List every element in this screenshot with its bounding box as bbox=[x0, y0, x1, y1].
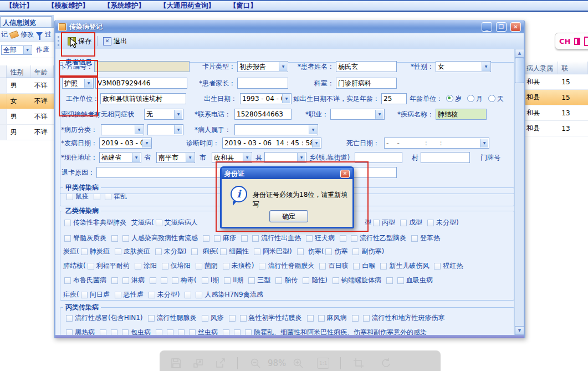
checkbox-icon[interactable] bbox=[111, 329, 117, 336]
checkbox-icon[interactable] bbox=[353, 263, 360, 270]
table-row[interactable]: 男 不详 bbox=[0, 125, 54, 140]
disease-checkbox-item[interactable]: 除霍乱、细菌性和阿米巴性痢疾、伤寒和副伤寒意外的感染 bbox=[245, 328, 427, 335]
disease-checkbox-item[interactable] bbox=[223, 329, 234, 336]
disease-checkbox-item[interactable]: 流行性和地方性斑疹伤寒 bbox=[363, 313, 445, 323]
checkbox-icon[interactable] bbox=[111, 235, 118, 242]
checkbox-icon[interactable] bbox=[162, 263, 168, 270]
checkbox-icon[interactable] bbox=[307, 315, 314, 322]
register-label[interactable]: 记 bbox=[1, 30, 8, 39]
filter-button[interactable]: 过 bbox=[45, 30, 52, 39]
checkbox-icon[interactable] bbox=[306, 235, 313, 242]
radio-year-selected[interactable] bbox=[446, 95, 453, 102]
disease-checkbox-item[interactable]: 猩红热 bbox=[434, 261, 463, 271]
disease-checkbox-item[interactable]: 未痰检) bbox=[223, 261, 254, 271]
row-selector[interactable] bbox=[0, 109, 7, 124]
checkbox-icon[interactable] bbox=[202, 277, 208, 284]
form-scrollbar[interactable]: ▲ ▼ bbox=[514, 49, 524, 335]
radio-day[interactable] bbox=[488, 95, 495, 102]
disease-checkbox-item[interactable]: 流行性感冒(包含HIN1) bbox=[66, 313, 143, 323]
checkbox-icon[interactable] bbox=[66, 315, 73, 322]
disease-checkbox-item[interactable]: 未分型) bbox=[149, 290, 180, 299]
checkbox-icon[interactable] bbox=[122, 329, 129, 336]
disease-checkbox-item[interactable]: 未分型) bbox=[427, 218, 459, 227]
ime-language-bar[interactable]: CH bbox=[555, 33, 588, 49]
disease-checkbox-item[interactable]: 疟疾( bbox=[63, 290, 79, 299]
disease-checkbox-item[interactable]: 白喉 bbox=[353, 261, 375, 271]
radio-month-label[interactable]: 月 bbox=[476, 95, 483, 103]
dialog-title-bar[interactable]: 身份证 ✕ bbox=[222, 168, 352, 179]
checkbox-icon[interactable] bbox=[167, 329, 173, 336]
checkbox-icon[interactable] bbox=[64, 220, 71, 226]
disease-checkbox-item[interactable]: 丙型 bbox=[373, 218, 395, 227]
checkbox-icon[interactable] bbox=[252, 235, 259, 242]
checkbox-icon[interactable] bbox=[81, 248, 88, 255]
checkbox-icon[interactable] bbox=[156, 220, 162, 226]
gender-column-header[interactable]: 性别 bbox=[7, 65, 30, 78]
death-date-select[interactable]: - - : : bbox=[384, 138, 489, 149]
checkbox-icon[interactable] bbox=[64, 235, 71, 242]
checkbox-icon[interactable] bbox=[373, 220, 380, 226]
disease-checkbox-item[interactable] bbox=[340, 235, 351, 242]
checkbox-icon[interactable] bbox=[245, 329, 252, 336]
disease-checkbox-item[interactable] bbox=[111, 329, 122, 336]
menu-item[interactable]: 【大通用药查询】 bbox=[160, 1, 215, 11]
maximize-button[interactable]: ❐ bbox=[496, 22, 507, 32]
checkbox-icon[interactable] bbox=[386, 277, 393, 284]
disease-checkbox-item[interactable]: 痢疾( bbox=[202, 247, 218, 256]
disease-checkbox-item[interactable]: 未分型) bbox=[155, 247, 187, 256]
checkbox-icon[interactable] bbox=[254, 248, 260, 255]
scroll-up-icon[interactable]: ▲ bbox=[515, 49, 524, 58]
checkbox-icon[interactable] bbox=[223, 263, 229, 270]
disease-checkbox-item[interactable]: 流行性腮腺炎 bbox=[148, 313, 197, 323]
zoom-in-icon[interactable] bbox=[293, 358, 304, 369]
scroll-down-icon[interactable]: ▼ bbox=[515, 326, 524, 335]
guardian-input[interactable] bbox=[237, 78, 288, 89]
disease-checkbox-item[interactable]: II期 bbox=[224, 276, 243, 285]
checkbox-icon[interactable] bbox=[122, 277, 129, 284]
disease-checkbox-item[interactable]: 包虫病 bbox=[122, 328, 151, 335]
radio-day-label[interactable]: 天 bbox=[497, 95, 504, 103]
checkbox-icon[interactable] bbox=[363, 315, 370, 322]
disease-checkbox-item[interactable]: 脊髓灰质炎 bbox=[64, 233, 106, 243]
zoom-out-icon[interactable] bbox=[250, 358, 261, 369]
checkbox-icon[interactable] bbox=[333, 277, 339, 284]
disease-checkbox-item[interactable]: 恶性虐 bbox=[115, 290, 144, 299]
checkbox-icon[interactable] bbox=[427, 220, 434, 226]
checkbox-icon[interactable] bbox=[115, 248, 121, 255]
disease-checkbox-item[interactable]: 流行性出血热 bbox=[252, 233, 301, 243]
checkbox-icon[interactable] bbox=[203, 235, 209, 242]
disease-checkbox-item[interactable] bbox=[386, 277, 397, 284]
disease-checkbox-item[interactable]: 涂阳 bbox=[135, 261, 157, 271]
overlay-resize-icon[interactable] bbox=[193, 358, 204, 369]
disease-checkbox-item[interactable]: 隐性) bbox=[303, 276, 328, 285]
disease-checkbox-item[interactable]: 黑热病 bbox=[66, 328, 95, 335]
checkbox-icon[interactable] bbox=[275, 277, 282, 284]
checkbox-icon[interactable] bbox=[229, 315, 236, 322]
township-input[interactable] bbox=[355, 152, 402, 163]
overlay-save-icon[interactable] bbox=[171, 358, 182, 369]
crop-icon[interactable] bbox=[353, 358, 364, 369]
checkbox-icon[interactable] bbox=[325, 248, 332, 255]
disease-checkbox-item[interactable]: 风疹 bbox=[202, 313, 224, 323]
ime-keyboard-icon[interactable] bbox=[574, 38, 580, 45]
checkbox-icon[interactable] bbox=[135, 263, 141, 270]
disease-checkbox-item[interactable]: 鼠疫 bbox=[67, 192, 89, 201]
actual-size-button[interactable]: 1:1 bbox=[317, 358, 329, 369]
checkbox-icon[interactable] bbox=[122, 235, 129, 242]
disease-checkbox-item[interactable]: 人感染H7N9禽流感 bbox=[196, 290, 263, 299]
age-column-header[interactable]: 年龄 bbox=[31, 65, 54, 78]
disease-checkbox-item[interactable]: 利福平耐药 bbox=[88, 261, 130, 271]
disease-checkbox-item[interactable]: 三型 bbox=[248, 276, 270, 285]
disease-checkbox-item[interactable]: 狂犬病 bbox=[306, 233, 335, 243]
disease-checkbox-item[interactable]: 传染性非典型肺炎 bbox=[64, 218, 126, 227]
disease-checkbox-item[interactable] bbox=[203, 235, 214, 242]
disease-checkbox-item[interactable]: 人感染高致病性禽流感 bbox=[122, 233, 198, 243]
table-row[interactable]: 女 不详 bbox=[0, 94, 54, 109]
disease-checkbox-item[interactable]: 麻风病 bbox=[318, 313, 347, 323]
disease-checkbox-item[interactable] bbox=[150, 277, 161, 284]
checkbox-icon[interactable] bbox=[297, 248, 304, 255]
close-button[interactable]: ✕ bbox=[510, 22, 521, 32]
disease-checkbox-item[interactable]: 百日咳 bbox=[319, 261, 348, 271]
gender-select[interactable]: 女 bbox=[436, 61, 491, 72]
disease-checkbox-item[interactable] bbox=[156, 329, 167, 336]
